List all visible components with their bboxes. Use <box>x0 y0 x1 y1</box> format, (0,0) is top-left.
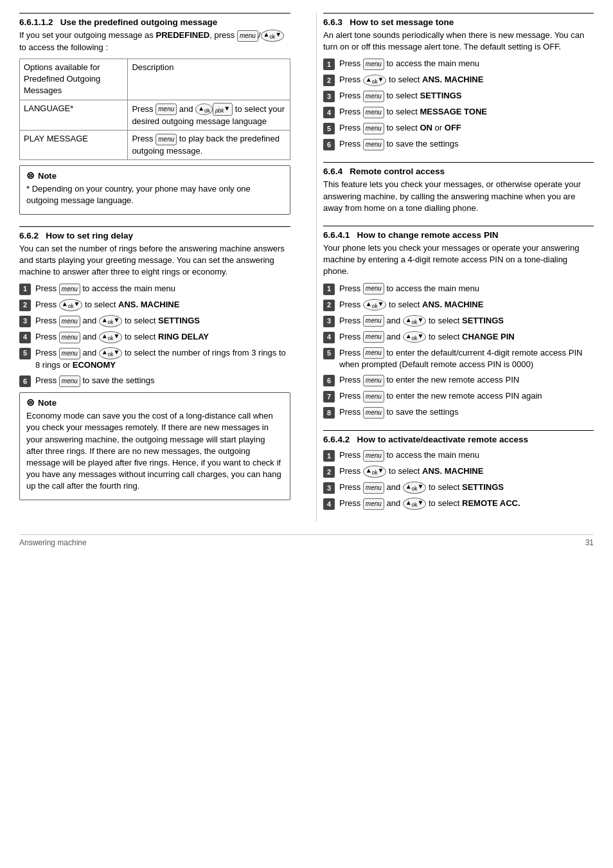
nav-btn-icon: ▲ok▼ <box>363 466 387 478</box>
step-text-1: Press menu to access the main menu <box>339 449 594 462</box>
step-text-4: Press menu and ▲ok▼ to select RING DELAY <box>35 331 290 343</box>
step-num-7: 7 <box>323 391 335 402</box>
step-item: 8 Press menu to save the settings <box>323 406 594 419</box>
section-663: 6.6.3 How to set message tone An alert t… <box>323 13 594 150</box>
step-item: 3 Press menu to select SETTINGS <box>323 90 594 102</box>
section-6641-title: 6.6.4.1 How to change remote access PIN <box>323 226 594 240</box>
footer-label: Answering machine <box>19 538 87 547</box>
menu-btn-icon: menu <box>155 104 177 115</box>
page-number: 31 <box>585 538 594 547</box>
step-text-1: Press menu to access the main menu <box>339 58 594 70</box>
step-num-6: 6 <box>19 375 31 387</box>
section-663-title: 6.6.3 How to set message tone <box>323 13 594 27</box>
step-item: 4 Press menu and ▲ok▼ to select CHANGE P… <box>323 331 594 343</box>
nav-btn-icon: ▲ok▼ <box>99 347 123 359</box>
step-item: 1 Press menu to access the main menu <box>323 283 594 295</box>
note-icon-2: ⊜ <box>26 397 35 408</box>
nav-btn-icon: ▲ok▼ <box>59 299 83 311</box>
table-cell-option-2: PLAY MESSAGE <box>20 131 128 160</box>
section-664-heading: Remote control access <box>350 167 445 176</box>
step-num-1: 1 <box>323 59 335 70</box>
menu-btn-icon: menu <box>363 315 384 327</box>
step-text-5: Press menu to select ON or OFF <box>339 122 594 134</box>
menu-btn-icon: menu <box>363 498 384 510</box>
nav-btn-icon: ▲ok <box>195 104 213 116</box>
step-item: 1 Press menu to access the main menu <box>323 449 594 462</box>
menu-btn-icon: menu <box>155 134 177 145</box>
step-item: 1 Press menu to access the main menu <box>323 58 594 70</box>
step-text-6: Press menu to save the settings <box>339 138 594 150</box>
section-6642: 6.6.4.2 How to activate/deactivate remot… <box>323 430 594 510</box>
note-title-2: ⊜ Note <box>26 397 283 408</box>
nav-btn-icon: ▲ok▼ <box>363 75 387 87</box>
nav-btn-icon: ▲ok▼ <box>403 482 427 494</box>
menu-btn-icon: menu <box>363 391 384 402</box>
step-num-3: 3 <box>19 316 31 327</box>
predefined-table: Options available for Predefined Outgoin… <box>19 59 290 160</box>
section-6612-heading: Use the predefined outgoing message <box>60 17 218 27</box>
nav-btn-icon: ▲ok▼ <box>363 299 387 311</box>
ok-btn-icon: pbk▼ <box>213 103 233 116</box>
step-num-3: 3 <box>323 482 335 494</box>
menu-btn-icon: menu <box>363 59 384 70</box>
section-662-note: ⊜ Note Economy mode can save you the cos… <box>19 392 290 500</box>
section-663-id: 6.6.3 <box>323 17 342 27</box>
menu-btn-icon: menu <box>59 284 80 295</box>
note-icon: ⊜ <box>26 170 35 181</box>
step-num-8: 8 <box>323 407 335 419</box>
step-num-1: 1 <box>19 284 31 295</box>
step-num-4: 4 <box>323 498 335 510</box>
step-text-3: Press menu and ▲ok▼ to select SETTINGS <box>35 315 290 327</box>
section-663-steps: 1 Press menu to access the main menu 2 P… <box>323 58 594 150</box>
section-6642-title: 6.6.4.2 How to activate/deactivate remot… <box>323 430 594 444</box>
section-663-heading: How to set message tone <box>350 17 454 27</box>
section-662-title: 6.6.2 How to set ring delay <box>19 226 290 240</box>
step-num-4: 4 <box>323 332 335 343</box>
section-6642-id: 6.6.4.2 <box>323 435 350 444</box>
step-text-2: Press ▲ok▼ to select ANS. MACHINE <box>339 466 594 478</box>
step-item: 2 Press ▲ok▼ to select ANS. MACHINE <box>323 74 594 86</box>
note-title: ⊜ Note <box>26 170 283 181</box>
step-num-2: 2 <box>323 75 335 86</box>
step-text-4: Press menu to select MESSAGE TONE <box>339 106 594 118</box>
step-text-1: Press menu to access the main menu <box>339 283 594 295</box>
section-664: 6.6.4 Remote control access This feature… <box>323 162 594 214</box>
nav-btn-icon: ▲ok▼ <box>99 331 123 343</box>
step-text-2: Press ▲ok▼ to select ANS. MACHINE <box>35 299 290 311</box>
step-text-6: Press menu to save the settings <box>35 375 290 387</box>
left-column: 6.6.1.1.2 Use the predefined outgoing me… <box>19 13 297 521</box>
step-num-4: 4 <box>323 107 335 118</box>
nav-btn-icon: ▲ok▼ <box>403 498 427 510</box>
step-num-4: 4 <box>19 332 31 343</box>
step-item: 7 Press menu to enter the new remote acc… <box>323 390 594 402</box>
section-662: 6.6.2 How to set ring delay You can set … <box>19 226 290 500</box>
step-text-1: Press menu to access the main menu <box>35 283 290 295</box>
step-item: 6 Press menu to enter the new remote acc… <box>323 374 594 386</box>
section-6612-id: 6.6.1.1.2 <box>19 17 53 27</box>
step-text-7: Press menu to enter the new remote acces… <box>339 390 594 402</box>
menu-btn-icon: menu <box>59 316 80 327</box>
menu-btn-icon: menu <box>363 407 384 419</box>
step-num-2: 2 <box>19 300 31 311</box>
step-num-1: 1 <box>323 450 335 462</box>
menu-btn-icon: menu <box>363 482 384 494</box>
table-cell-desc-1: Press menu and ▲okpbk▼ to select your de… <box>128 100 290 131</box>
note-text-2: Economy mode can save you the cost of a … <box>26 410 283 492</box>
nav-btn-icon: ▲ok▼ <box>403 331 427 343</box>
section-6641-steps: 1 Press menu to access the main menu 2 P… <box>323 283 594 419</box>
section-6642-heading: How to activate/deactivate remote access <box>357 435 528 444</box>
step-num-2: 2 <box>323 466 335 478</box>
step-item: 5 Press menu and ▲ok▼ to select the numb… <box>19 347 290 371</box>
step-item: 3 Press menu and ▲ok▼ to select SETTINGS <box>323 315 594 327</box>
step-item: 2 Press ▲ok▼ to select ANS. MACHINE <box>323 299 594 311</box>
right-column: 6.6.3 How to set message tone An alert t… <box>316 13 594 521</box>
nav-btn-icon: ▲ok▼ <box>403 315 427 327</box>
section-6641-id: 6.6.4.1 <box>323 230 350 240</box>
step-text-8: Press menu to save the settings <box>339 406 594 419</box>
nav-btn-icon: ▲ok▼ <box>99 315 123 327</box>
step-num-5: 5 <box>323 123 335 134</box>
section-6612-title: 6.6.1.1.2 Use the predefined outgoing me… <box>19 13 290 27</box>
section-663-intro: An alert tone sounds periodically when t… <box>323 30 594 53</box>
section-662-id: 6.6.2 <box>19 231 39 240</box>
section-664-id: 6.6.4 <box>323 167 342 176</box>
